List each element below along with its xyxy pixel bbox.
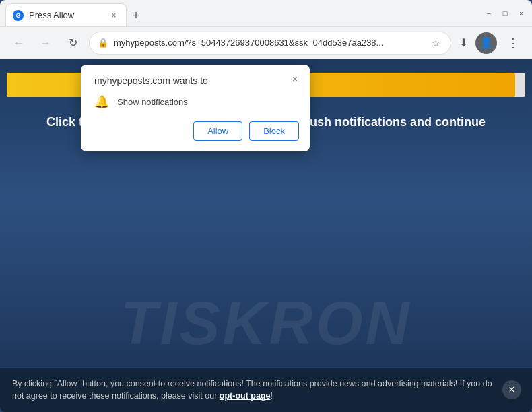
tab-area: G Press Allow × +: [5, 0, 479, 26]
title-bar: G Press Allow × + − □ ×: [0, 0, 532, 27]
disclaimer-close-button[interactable]: ×: [502, 380, 521, 399]
popup-permission: 🔔 Show notifications: [94, 94, 299, 109]
bell-icon: 🔔: [94, 94, 109, 109]
more-options-button[interactable]: ⋮: [502, 32, 524, 54]
popup-buttons: Allow Block: [94, 121, 299, 141]
reload-button[interactable]: ↻: [62, 32, 84, 54]
address-text: myhypeposts.com/?s=504437269370008631&ss…: [114, 38, 424, 48]
popup-title: myhypeposts.com wants to: [94, 75, 299, 86]
browser-window: G Press Allow × + − □ × ← → ↻ 🔒 myhypepo…: [0, 0, 532, 412]
disclaimer-bar: By clicking `Allow` button, you consent …: [0, 368, 532, 413]
new-tab-button[interactable]: +: [127, 6, 145, 25]
bookmark-icon[interactable]: ☆: [429, 36, 442, 50]
window-close-button[interactable]: ×: [516, 8, 527, 19]
watermark-text: TISKRON: [121, 289, 412, 358]
minimize-button[interactable]: −: [484, 8, 494, 19]
notification-popup: × myhypeposts.com wants to 🔔 Show notifi…: [81, 65, 310, 151]
address-bar[interactable]: 🔒 myhypeposts.com/?s=504437269370008631&…: [89, 32, 451, 55]
block-button[interactable]: Block: [249, 121, 299, 141]
maximize-button[interactable]: □: [500, 8, 510, 19]
active-tab[interactable]: G Press Allow ×: [5, 3, 127, 26]
forward-button[interactable]: →: [35, 32, 57, 54]
lock-icon: 🔒: [98, 38, 108, 48]
profile-button[interactable]: 👤: [475, 32, 497, 54]
allow-button[interactable]: Allow: [193, 121, 242, 141]
window-controls: − □ ×: [484, 8, 527, 19]
permission-label: Show notifications: [117, 97, 188, 107]
opt-out-link[interactable]: opt-out page: [220, 391, 271, 401]
download-icon[interactable]: ⬇: [457, 36, 470, 50]
content-area: 98% Click the «Allow» button to subscrib…: [0, 59, 532, 412]
popup-close-button[interactable]: ×: [287, 71, 303, 88]
tab-favicon: G: [13, 10, 24, 21]
disclaimer-text-part2: !: [271, 391, 273, 401]
address-icons: ☆: [429, 36, 442, 50]
tab-title: Press Allow: [29, 10, 103, 20]
tab-close-button[interactable]: ×: [108, 10, 119, 21]
favicon-letter: G: [15, 12, 20, 19]
nav-bar: ← → ↻ 🔒 myhypeposts.com/?s=5044372693700…: [0, 27, 532, 59]
back-button[interactable]: ←: [8, 32, 30, 54]
